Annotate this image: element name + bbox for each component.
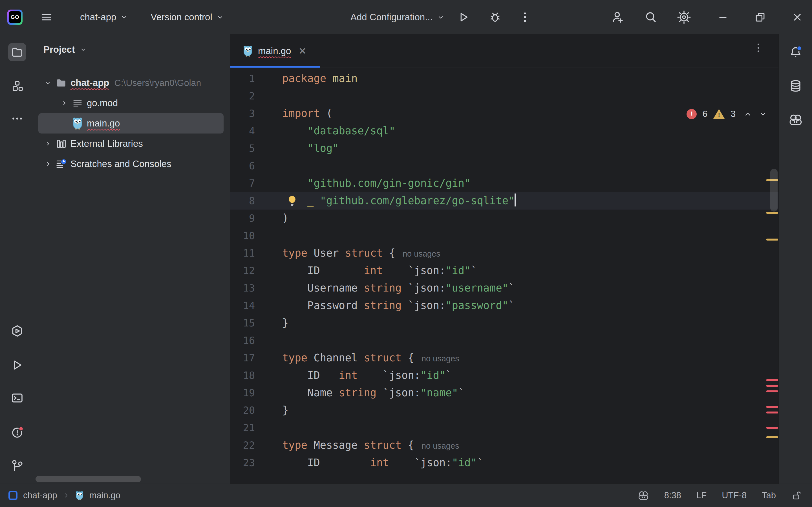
restore-button[interactable] — [754, 11, 766, 23]
project-panel: Project chat-app C:\Users\ryan0\Golan — [35, 34, 230, 484]
kebab-menu-icon — [753, 42, 764, 54]
terminal-tool-button[interactable] — [8, 389, 26, 407]
status-breadcrumb[interactable]: chat-app main.go — [0, 490, 120, 501]
settings-button[interactable] — [677, 10, 691, 24]
minimize-button[interactable] — [717, 11, 729, 23]
tab-options-button[interactable] — [753, 42, 764, 55]
database-icon — [789, 79, 802, 93]
chevron-expanded-icon[interactable] — [43, 79, 53, 87]
folder-icon — [55, 76, 68, 89]
run-configuration-selector[interactable]: Add Configuration... — [348, 8, 447, 26]
run-configuration-label: Add Configuration... — [350, 12, 433, 22]
project-panel-header[interactable]: Project — [43, 44, 87, 55]
hamburger-icon — [40, 11, 53, 24]
problems-icon — [10, 426, 24, 439]
search-everywhere-button[interactable] — [644, 10, 658, 24]
services-tool-button[interactable] — [8, 322, 26, 340]
vcs-selector[interactable]: Version control — [146, 8, 229, 26]
inspections-widget[interactable]: ! 6 ! 3 — [687, 109, 768, 119]
project-panel-title: Project — [43, 44, 75, 55]
tree-item-main-go[interactable]: main.go — [35, 113, 230, 133]
minimize-icon — [717, 11, 729, 23]
editor-area: main.go ✕ 123456789101112131415161718192… — [230, 34, 779, 484]
error-badge-icon: ! — [687, 109, 697, 119]
tab-main-go[interactable]: main.go ✕ — [230, 34, 316, 68]
code-with-me-button[interactable] — [611, 10, 624, 24]
tree-item-chat-app[interactable]: chat-app C:\Users\ryan0\Golan — [35, 73, 230, 93]
debug-button[interactable] — [489, 11, 502, 24]
chevron-collapsed-icon[interactable] — [43, 160, 53, 168]
close-button[interactable] — [791, 11, 804, 23]
chevron-down-icon — [120, 13, 128, 21]
editor-vertical-scrollbar[interactable] — [770, 169, 777, 212]
code-lines[interactable]: package mainimport ( "database/sql" "log… — [282, 70, 516, 471]
project-color-icon — [8, 491, 17, 500]
error-stripe[interactable] — [766, 68, 778, 484]
goland-logo-icon: GO — [7, 10, 22, 25]
ai-assistant-icon — [789, 113, 803, 127]
run-tool-button[interactable] — [8, 356, 26, 374]
tab-close-icon[interactable]: ✕ — [298, 45, 306, 57]
notifications-button[interactable] — [786, 43, 805, 61]
editor-tab-bar: main.go ✕ — [230, 34, 779, 68]
project-selector-label: chat-app — [80, 12, 116, 22]
breadcrumb-file: main.go — [89, 490, 120, 501]
project-horizontal-scrollbar[interactable] — [36, 476, 141, 482]
tree-item-label: Scratches and Consoles — [70, 159, 171, 169]
ellipsis-icon — [11, 112, 24, 125]
gear-icon — [677, 10, 691, 24]
more-actions-button[interactable] — [518, 11, 531, 24]
project-selector[interactable]: chat-app — [75, 8, 133, 26]
code-editor[interactable]: 1234567891011121314151617181920212223 pa… — [230, 68, 779, 484]
structure-tool-button[interactable] — [8, 77, 26, 95]
status-bar: chat-app main.go 8:38 LF UTF-8 Tab — [0, 484, 812, 507]
lock-open-icon[interactable] — [791, 490, 802, 501]
tree-item-path: C:\Users\ryan0\Golan — [114, 78, 201, 88]
editor-gutter[interactable]: 1234567891011121314151617181920212223 — [230, 70, 271, 471]
close-icon — [791, 11, 804, 23]
left-activity-bar — [0, 34, 35, 484]
go-file-gopher-icon — [243, 45, 253, 57]
tree-item-scratches[interactable]: Scratches and Consoles — [35, 154, 230, 174]
project-tool-button[interactable] — [8, 43, 26, 61]
caret-position-widget[interactable]: 8:38 — [664, 490, 681, 501]
chevron-right-icon — [63, 492, 70, 499]
title-bar: GO chat-app Version control Add Configur… — [0, 0, 812, 34]
tree-item-label: chat-app — [70, 77, 109, 88]
play-icon — [10, 358, 24, 372]
goland-window: GO chat-app Version control Add Configur… — [0, 0, 812, 507]
chevron-collapsed-icon[interactable] — [43, 140, 53, 147]
tab-label: main.go — [258, 46, 291, 56]
run-button[interactable] — [457, 11, 470, 24]
line-separator-widget[interactable]: LF — [696, 490, 707, 501]
tree-item-external-libraries[interactable]: External Libraries — [35, 133, 230, 154]
database-tool-button[interactable] — [786, 77, 805, 95]
chevron-down-icon — [80, 46, 87, 53]
error-count: 6 — [702, 109, 707, 119]
ai-assistant-status-icon[interactable] — [638, 490, 649, 501]
kebab-menu-icon — [518, 11, 531, 24]
problems-tool-button[interactable] — [8, 424, 26, 441]
vcs-selector-label: Version control — [151, 12, 212, 22]
folder-icon — [11, 46, 24, 59]
search-icon — [644, 10, 658, 24]
tree-item-label: External Libraries — [70, 138, 143, 149]
main-menu-button[interactable] — [40, 11, 53, 24]
git-branch-icon — [10, 459, 24, 472]
tree-item-label: go.mod — [87, 98, 118, 108]
go-file-gopher-icon — [75, 491, 84, 501]
terminal-icon — [10, 391, 24, 405]
encoding-widget[interactable]: UTF-8 — [722, 490, 747, 501]
chevron-down-icon — [437, 13, 445, 21]
bug-icon — [489, 11, 502, 24]
chevron-collapsed-icon[interactable] — [59, 100, 69, 107]
indent-widget[interactable]: Tab — [762, 490, 776, 501]
tree-item-go-mod[interactable]: go.mod — [35, 93, 230, 113]
go-file-gopher-icon — [71, 117, 84, 130]
ai-assistant-tool-button[interactable] — [786, 111, 805, 129]
breadcrumb-project: chat-app — [23, 490, 57, 501]
right-activity-bar — [778, 34, 812, 484]
previous-problem-button[interactable] — [743, 109, 753, 119]
more-tools-button[interactable] — [8, 110, 26, 128]
git-tool-button[interactable] — [8, 457, 26, 474]
